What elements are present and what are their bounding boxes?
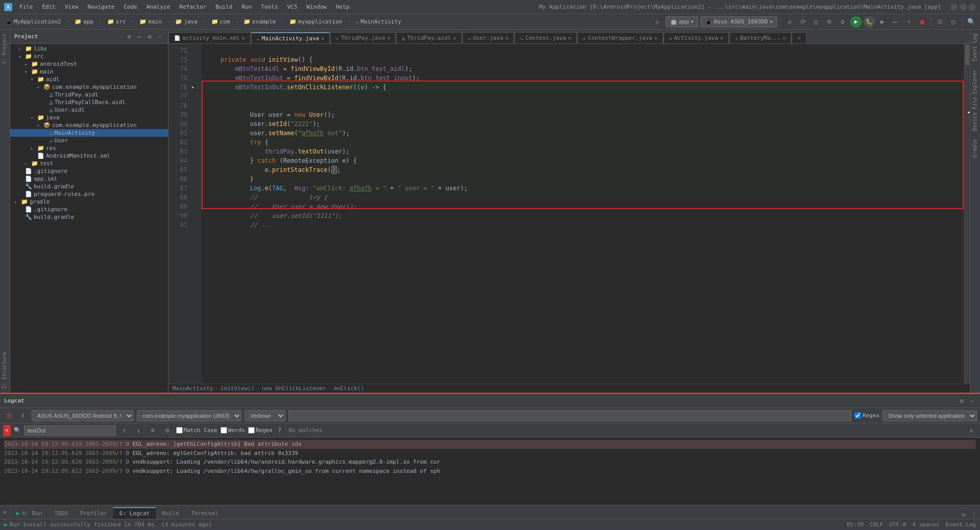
sync2-btn[interactable]: ⟳ [797, 16, 808, 28]
regex-search-checkbox[interactable] [248, 427, 255, 434]
tree-thridpay-aidl[interactable]: △ ThridPay.aidl [10, 91, 168, 98]
external-link-icon[interactable]: ⊕ [125, 33, 133, 41]
tree-app-iml[interactable]: 📄 app.iml [10, 175, 168, 183]
nav-app[interactable]: 📁 app [72, 17, 95, 26]
search-options-btn[interactable]: ⚙ [162, 425, 173, 436]
menu-edit[interactable]: Edit [38, 3, 60, 11]
tree-root-build-gradle[interactable]: 🔧 build.gradle [10, 213, 168, 221]
maximize-button[interactable]: □ [960, 4, 967, 11]
tree-proguard[interactable]: 📄 proguard-rules.pro [10, 190, 168, 198]
nav-com[interactable]: 📁 com [209, 17, 232, 26]
tree-thridpaycallback-aidl[interactable]: △ ThridPayCallBack.aidl [10, 98, 168, 106]
close-button[interactable]: ✕ [969, 4, 976, 11]
match-case-checkbox[interactable] [176, 427, 183, 434]
minimize-button[interactable]: — [950, 4, 958, 11]
logcat-scroll-btn[interactable]: ⬇ [17, 410, 29, 421]
menu-analyze[interactable]: Analyze [142, 3, 174, 11]
indent-selector[interactable]: 4 spaces [912, 521, 939, 528]
close-tab-icon[interactable]: ✕ [321, 36, 324, 41]
menu-tools[interactable]: Tools [257, 3, 282, 11]
tree-androidtest[interactable]: 📁 androidTest [10, 60, 168, 68]
search-history-btn[interactable]: ⊕ [148, 425, 159, 436]
menu-code[interactable]: Code [119, 3, 141, 11]
tab-thridpay-aidl[interactable]: △ ThridPay.aidl ✕ [396, 32, 461, 43]
tree-user-aidl[interactable]: △ User.aidl [10, 106, 168, 114]
tree-com-package[interactable]: 📦 com.example.myapplication [10, 83, 168, 91]
close-tab-icon[interactable]: ✕ [782, 35, 786, 41]
run-tab[interactable]: ▶ 4: Run [10, 508, 48, 519]
debug-button[interactable]: 🐛 [864, 16, 875, 28]
menu-refactor[interactable]: Refactor [175, 3, 210, 11]
tree-root-gitignore[interactable]: 📄 .gitignore [10, 206, 168, 213]
logcat-clear-btn[interactable]: 🗑 [3, 410, 14, 421]
terminal-tab[interactable]: Terminal [185, 508, 225, 519]
event-log-tab[interactable]: Event Log [970, 30, 980, 65]
regex-checkbox[interactable]: Regex [854, 412, 879, 419]
regex-search-label[interactable]: Regex [248, 427, 273, 434]
run-button[interactable]: ▶ [850, 16, 862, 28]
tree-libs[interactable]: 📁 libs [10, 45, 168, 53]
close-tab-icon[interactable]: ✕ [720, 35, 723, 41]
tree-mainactivity[interactable]: ☕ MainActivity [10, 129, 168, 137]
layout-inspector-btn[interactable]: ⊡ [935, 16, 946, 28]
tab-activity-main-xml[interactable]: 📄 activity_main.xml ✕ [168, 32, 251, 43]
gear-icon[interactable]: ⚙ [145, 33, 154, 41]
words-checkbox[interactable] [220, 427, 227, 434]
event-log-status[interactable]: Event Log [945, 521, 976, 528]
structure-tab[interactable]: Z: Structure [0, 348, 10, 393]
menu-view[interactable]: View [61, 3, 83, 11]
device-file-explorer-tab[interactable]: Device File Explorer [970, 65, 980, 135]
breadcrumb-mainactivity[interactable]: MainActivity [173, 385, 213, 392]
tree-test[interactable]: 📁 test [10, 160, 168, 167]
match-case-label[interactable]: Match Case [176, 427, 217, 434]
breadcrumb-onclick[interactable]: onClick() [333, 385, 364, 392]
tree-res[interactable]: 📁 res [10, 144, 168, 152]
nav-java[interactable]: 📁 java [173, 17, 200, 26]
bottom-expand-icon[interactable]: ⊞ [1, 508, 9, 516]
close-tab-icon[interactable]: ✕ [654, 35, 657, 41]
logcat-settings-icon[interactable]: ⚙ [958, 397, 966, 405]
breadcrumb-onclicklistener[interactable]: new OnClickListener [262, 385, 326, 392]
profiler-tab[interactable]: Profiler [74, 508, 113, 519]
encoding-selector[interactable]: UTF-8 [889, 521, 906, 528]
position-indicator[interactable]: 85:39 [847, 521, 864, 528]
project-tab[interactable]: 1: Project [0, 30, 10, 68]
build-tab[interactable]: Build [156, 508, 185, 519]
tree-gradle-root[interactable]: 📁 gradle [10, 198, 168, 206]
nav-project[interactable]: 📱 MyApplication2 [3, 17, 63, 26]
app-module-selector[interactable]: 🤖 app ▾ [666, 16, 699, 28]
minus-icon[interactable]: — [156, 33, 164, 41]
tree-androidmanifest[interactable]: 📄 AndroidManifest.xml [10, 152, 168, 160]
gradle-tab[interactable]: Gradle [970, 135, 980, 162]
database-btn[interactable]: ◫ [948, 16, 959, 28]
nav-src[interactable]: 📁 src [105, 17, 128, 26]
todo-tab[interactable]: TODO [48, 508, 74, 519]
breadcrumb-initview[interactable]: initView() [220, 385, 254, 392]
logcat-text-search-input[interactable] [24, 425, 116, 436]
logcat-bottom-tab[interactable]: 6: Logcat [113, 507, 156, 519]
menu-navigate[interactable]: Navigate [84, 3, 119, 11]
menu-vcs[interactable]: VCS [283, 3, 301, 11]
tab-context-java[interactable]: ☕ Context.java ✕ [514, 32, 577, 43]
avd-btn[interactable]: ◫ [811, 16, 822, 28]
close-search-btn[interactable]: ✕ [966, 425, 977, 436]
menu-window[interactable]: Window [302, 3, 331, 11]
close-tab-icon[interactable]: ✕ [568, 35, 571, 41]
attach-debugger-btn[interactable]: ⚡ [903, 16, 915, 28]
close-tab-icon[interactable]: ✕ [453, 35, 456, 41]
logcat-search-input[interactable] [288, 410, 851, 421]
close-tab-icon[interactable]: ✕ [242, 35, 245, 41]
search-up-btn[interactable]: ↑ [119, 425, 130, 436]
search-down-btn[interactable]: ↓ [133, 425, 144, 436]
run-status[interactable]: ▶ Run [4, 521, 20, 528]
scroll-thumb[interactable] [965, 45, 969, 65]
tab-more[interactable]: » [792, 32, 806, 43]
sdk-btn[interactable]: ⊞ [824, 16, 835, 28]
tree-aidl[interactable]: 📁 aidl [10, 75, 168, 83]
nav-main[interactable]: 📁 main [137, 17, 164, 26]
menu-help[interactable]: Help [332, 3, 354, 11]
cursor-tool-btn[interactable]: ▷ [652, 16, 664, 28]
words-label[interactable]: Words [220, 427, 245, 434]
tree-com-java-package[interactable]: 📦 com.example.myapplication [10, 121, 168, 129]
menu-run[interactable]: Run [237, 3, 256, 11]
